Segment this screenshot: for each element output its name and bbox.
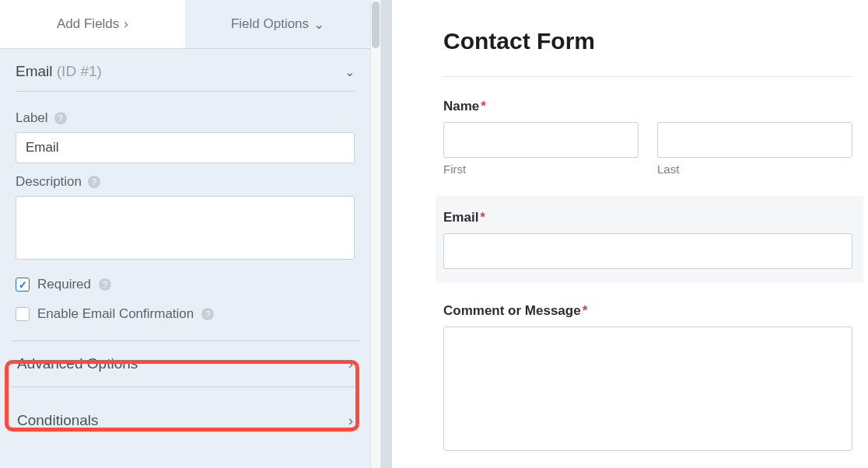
- description-input[interactable]: [16, 196, 355, 260]
- chevron-right-icon: ›: [124, 16, 128, 32]
- tab-add-fields[interactable]: Add Fields ›: [0, 0, 185, 48]
- description-label: Description: [16, 174, 82, 190]
- help-icon[interactable]: ?: [88, 176, 100, 188]
- last-name-input[interactable]: [657, 122, 852, 158]
- email-label: Email*: [443, 210, 852, 225]
- label-input[interactable]: [16, 132, 355, 163]
- field-options-panel: Add Fields › Field Options ⌄ Email (ID #…: [0, 0, 370, 468]
- required-label: Required: [37, 277, 91, 292]
- tab-label: Add Fields: [57, 16, 119, 32]
- sidebar-tabs: Add Fields › Field Options ⌄: [0, 0, 370, 49]
- accordion-label: Advanced Options: [17, 355, 138, 372]
- enable-confirmation-checkbox[interactable]: [16, 307, 30, 321]
- enable-confirmation-label: Enable Email Confirmation: [37, 306, 194, 322]
- advanced-options-accordion[interactable]: Advanced Options ›: [11, 341, 359, 387]
- chevron-down-icon: ⌄: [345, 65, 355, 79]
- label-label: Label: [16, 110, 48, 126]
- first-name-input[interactable]: [443, 122, 639, 158]
- email-field-block[interactable]: Email*: [432, 196, 863, 283]
- tab-field-options[interactable]: Field Options ⌄: [185, 0, 370, 48]
- comment-label: Comment or Message*: [443, 303, 852, 319]
- chevron-right-icon: ›: [348, 355, 353, 372]
- conditionals-accordion[interactable]: Conditionals ›: [11, 398, 359, 443]
- help-icon[interactable]: ?: [54, 112, 67, 124]
- field-section-header[interactable]: Email (ID #1) ⌄: [16, 63, 355, 92]
- last-sublabel: Last: [657, 162, 852, 176]
- field-section-title: Email (ID #1): [16, 63, 102, 80]
- chevron-down-icon: ⌄: [313, 16, 324, 33]
- divider: [443, 76, 852, 77]
- sidebar-scrollbar[interactable]: [370, 0, 381, 468]
- help-icon[interactable]: ?: [99, 278, 111, 291]
- chevron-right-icon: ›: [348, 412, 353, 429]
- accordion-label: Conditionals: [17, 412, 99, 429]
- form-preview: Contact Form Name* First Last Email* Com…: [436, 0, 868, 468]
- name-label: Name*: [443, 99, 852, 114]
- scrollbar-thumb[interactable]: [372, 2, 380, 48]
- help-icon[interactable]: ?: [201, 308, 214, 320]
- required-checkbox[interactable]: [16, 278, 30, 292]
- email-input[interactable]: [443, 233, 852, 269]
- first-sublabel: First: [443, 162, 639, 176]
- divider-gap: [381, 0, 436, 468]
- tab-label: Field Options: [231, 16, 309, 32]
- comment-input[interactable]: [443, 327, 852, 451]
- form-title: Contact Form: [443, 28, 852, 54]
